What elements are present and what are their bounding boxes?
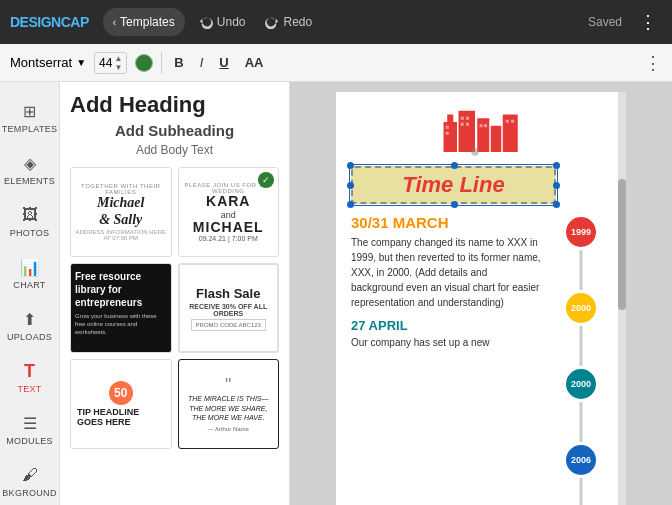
color-picker[interactable] — [135, 54, 153, 72]
redo-button[interactable]: Redo — [259, 11, 318, 33]
kara-name1: KARA — [206, 194, 250, 209]
main-layout: ⊞ TEMPLATES ◈ ELEMENTS 🖼 PHOTOS 📊 CHART … — [0, 82, 672, 505]
quote-mark-icon: " — [225, 376, 231, 394]
bold-button[interactable]: B — [170, 53, 187, 72]
timeline-circle-2000b: 2000 — [563, 366, 599, 402]
template-grid: TOGETHER WITH THEIR FAMILIES Michael& Sa… — [70, 167, 279, 449]
text-icon: T — [19, 360, 41, 382]
toolbar-more-icon[interactable]: ⋮ — [644, 52, 662, 74]
font-size-control[interactable]: 44 ▲▼ — [94, 52, 127, 74]
timeline-year-2000a: 2000 — [571, 303, 591, 313]
underline-button[interactable]: U — [215, 53, 232, 72]
font-dropdown-icon: ▼ — [76, 57, 86, 68]
modules-icon: ☰ — [19, 412, 41, 434]
template-card-kara[interactable]: PLEASE JOIN US FOR THE WEDDING KARA and … — [178, 167, 280, 257]
templates-panel: Add Heading Add Subheading Add Body Text… — [60, 82, 290, 505]
timeline-nodes-right: 1999 2000 2000 — [551, 214, 611, 505]
timeline-circle-2000a: 2000 — [563, 290, 599, 326]
timeline-node-1999: 1999 — [563, 214, 599, 250]
back-arrow-icon: ‹ — [113, 17, 116, 28]
timeline-title-text: Time Line — [402, 172, 504, 197]
logo-design: DESIGN — [10, 14, 61, 30]
timeline-title-wrapper[interactable]: Time Line — [351, 166, 556, 204]
format-toolbar: Montserrat ▼ 44 ▲▼ B I U AA ⋮ — [0, 44, 672, 82]
kara-and: and — [221, 210, 236, 220]
sidebar-label-chart: CHART — [13, 280, 45, 290]
sidebar-item-uploads[interactable]: ⬆ UPLOADS — [0, 300, 59, 350]
scrollbar-thumb[interactable] — [618, 179, 626, 310]
handle-tr[interactable] — [553, 162, 560, 169]
sidebar-item-text[interactable]: T TEXT — [0, 352, 59, 402]
handle-mr[interactable] — [553, 182, 560, 189]
timeline-layout: 30/31 MARCH The company changed its name… — [351, 214, 611, 505]
undo-button[interactable]: Undo — [193, 11, 252, 33]
svg-rect-3 — [477, 118, 489, 152]
svg-rect-11 — [466, 123, 469, 126]
svg-rect-5 — [503, 115, 518, 153]
buildings-svg — [436, 102, 526, 157]
undo-label: Undo — [217, 15, 246, 29]
svg-rect-13 — [484, 124, 487, 127]
wedding-names: Michael& Sally — [97, 195, 144, 229]
panel-body-text: Add Body Text — [70, 143, 279, 157]
top-bar: DESIGNCAP ‹ Templates Undo Redo Saved ⋮ — [0, 0, 672, 44]
svg-rect-6 — [446, 126, 449, 129]
sidebar-item-modules[interactable]: ☰ MODULES — [0, 404, 59, 454]
timeline-year-2000b: 2000 — [571, 379, 591, 389]
handle-tm[interactable] — [451, 162, 458, 169]
italic-button[interactable]: I — [196, 53, 208, 72]
flash-sub: RECEIVE 30% OFF ALL ORDERS — [184, 303, 274, 317]
timeline-node-2006: 2006 — [563, 442, 599, 478]
template-card-library[interactable]: Free resource library for entrepreneurs … — [70, 263, 172, 353]
svg-rect-4 — [491, 126, 502, 152]
more-options-icon[interactable]: ⋮ — [639, 11, 657, 33]
sidebar-item-chart[interactable]: 📊 CHART — [0, 248, 59, 298]
handle-tl[interactable] — [347, 162, 354, 169]
templates-nav-button[interactable]: ‹ Templates — [103, 8, 185, 36]
font-selector[interactable]: Montserrat ▼ — [10, 55, 86, 70]
kara-selected-check: ✓ — [258, 172, 274, 188]
tip-number-circle: 50 — [109, 381, 133, 405]
handle-bm[interactable] — [451, 201, 458, 208]
font-size-value: 44 — [99, 56, 112, 70]
aa-button[interactable]: AA — [241, 53, 268, 72]
redo-label: Redo — [283, 15, 312, 29]
canvas-scrollbar[interactable] — [618, 92, 626, 505]
canvas-area[interactable]: Time Line — [290, 82, 672, 505]
timeline-text-left: 30/31 MARCH The company changed its name… — [351, 214, 551, 505]
timeline-date2: 27 APRIL — [351, 318, 541, 333]
library-title: Free resource library for entrepreneurs — [75, 270, 167, 309]
template-card-wedding[interactable]: TOGETHER WITH THEIR FAMILIES Michael& Sa… — [70, 167, 172, 257]
template-card-quote[interactable]: " THE MIRACLE IS THIS—THE MORE WE SHARE,… — [178, 359, 280, 449]
timeline-circle-2006: 2006 — [563, 442, 599, 478]
logo-cap: CAP — [61, 14, 89, 30]
flash-title: Flash Sale — [196, 286, 260, 301]
timeline-text1: The company changed its name to XXX in 1… — [351, 235, 541, 310]
sidebar-label-bkground: BKGROUND — [2, 488, 56, 498]
font-name-label: Montserrat — [10, 55, 72, 70]
template-card-tip[interactable]: 50 TIP HEADLINE GOES HERE — [70, 359, 172, 449]
svg-rect-9 — [466, 117, 469, 120]
kara-date: 09.24.21 | 7:00 PM — [199, 235, 258, 242]
wedding-small-text: TOGETHER WITH THEIR FAMILIES — [75, 183, 167, 195]
timeline-text2: Our company has set up a new — [351, 335, 541, 350]
handle-bl[interactable] — [347, 201, 354, 208]
uploads-icon: ⬆ — [19, 308, 41, 330]
timeline-date1: 30/31 MARCH — [351, 214, 541, 231]
saved-status: Saved — [588, 15, 622, 29]
svg-rect-14 — [506, 120, 509, 123]
sidebar-item-bkground[interactable]: 🖌 BKGROUND — [0, 456, 59, 505]
sidebar-item-elements[interactable]: ◈ ELEMENTS — [0, 144, 59, 194]
timeline-year-2006: 2006 — [571, 455, 591, 465]
handle-br[interactable] — [553, 201, 560, 208]
tip-title: TIP HEADLINE GOES HERE — [77, 407, 165, 427]
timeline-title-box: Time Line — [351, 166, 556, 204]
handle-ml[interactable] — [347, 182, 354, 189]
templates-nav-label: Templates — [120, 15, 175, 29]
sidebar-item-templates[interactable]: ⊞ TEMPLATES — [0, 92, 59, 142]
sidebar-item-photos[interactable]: 🖼 PHOTOS — [0, 196, 59, 246]
toolbar-divider — [161, 52, 162, 74]
template-card-flash[interactable]: Flash Sale RECEIVE 30% OFF ALL ORDERS PR… — [178, 263, 280, 353]
svg-point-16 — [471, 148, 479, 156]
svg-rect-10 — [461, 123, 464, 126]
